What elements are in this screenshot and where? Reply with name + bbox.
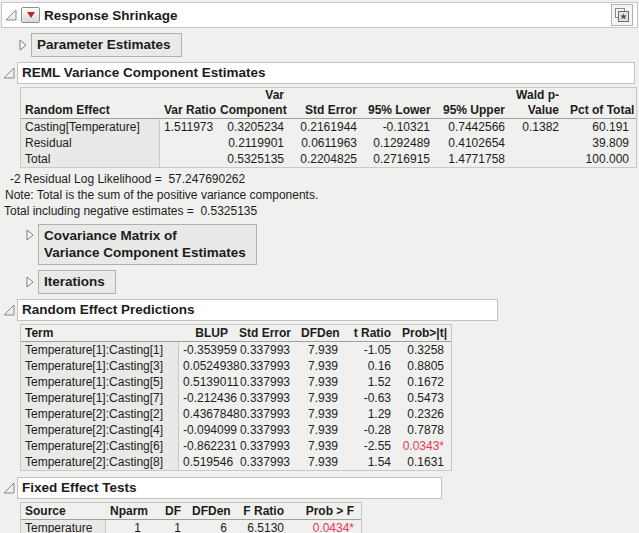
- cell-prob: 0.1631: [398, 454, 451, 470]
- table-row[interactable]: Temperature[2]:Casting[6] -0.862231 0.33…: [21, 438, 451, 454]
- cell-dfden: 7.939: [297, 358, 345, 374]
- cell-prob: 0.1672: [398, 374, 451, 390]
- cell-std-error: 0.337993: [235, 438, 297, 454]
- cell-t-ratio: 0.16: [345, 358, 398, 374]
- cell-std-error: 0.337993: [235, 374, 297, 390]
- cell-f-ratio: 6.5130: [234, 520, 291, 533]
- disclosure-open-icon[interactable]: [3, 482, 15, 494]
- row-label: Temperature[1]:Casting[1]: [21, 342, 179, 358]
- table-row[interactable]: Temperature[2]:Casting[8] 0.519546 0.337…: [21, 454, 451, 470]
- table-row[interactable]: Temperature 1 1 6 6.5130 0.0434*: [21, 520, 361, 533]
- covariance-title-line1: Covariance Matrix of: [44, 228, 177, 243]
- cell-var-ratio: 1.511973: [160, 119, 216, 135]
- table-row[interactable]: Temperature[2]:Casting[4] -0.094099 0.33…: [21, 422, 451, 438]
- disclosure-open-icon[interactable]: [5, 9, 17, 21]
- cell-var-ratio: [160, 151, 216, 167]
- cell-t-ratio: 1.52: [345, 374, 398, 390]
- disclosure-open-icon[interactable]: [3, 67, 15, 79]
- cell-prob: 0.7878: [398, 422, 451, 438]
- reml-col-var-ratio: Var Ratio: [160, 88, 216, 118]
- reml-title[interactable]: REML Variance Component Estimates: [17, 62, 635, 84]
- cell-blup: 0.519546: [179, 454, 235, 470]
- cell-prob: 0.8805: [398, 358, 451, 374]
- covariance-matrix-title[interactable]: Covariance Matrix ofVariance Component E…: [38, 224, 257, 265]
- fixed-effect-tests-title[interactable]: Fixed Effect Tests: [17, 477, 442, 499]
- row-label: Temperature[2]:Casting[4]: [21, 422, 179, 438]
- disclosure-open-icon[interactable]: [3, 304, 15, 316]
- cell-var-component: 0.5325135: [216, 151, 291, 167]
- reml-col-var-component: VarComponent: [216, 88, 291, 118]
- cell-blup: -0.094099: [179, 422, 235, 438]
- section-random-effect-predictions: Random Effect Predictions: [3, 299, 639, 321]
- iterations-title[interactable]: Iterations: [38, 270, 116, 294]
- cell-nparm: 1: [106, 520, 148, 533]
- cell-dfden: 7.939: [297, 342, 345, 358]
- cell-df: 1: [148, 520, 188, 533]
- random-effect-predictions-table: Term BLUP Std Error DFDen t Ratio Prob>|…: [20, 324, 452, 471]
- reml-col-95-upper: 95% Upper: [437, 88, 512, 118]
- row-label: Temperature[2]:Casting[8]: [21, 454, 179, 470]
- cell-t-ratio: -0.28: [345, 422, 398, 438]
- row-label: Total: [21, 151, 160, 167]
- cell-std-error: 0.337993: [235, 454, 297, 470]
- cell-std-error: 0.337993: [235, 358, 297, 374]
- table-row[interactable]: Total 0.5325135 0.2204825 0.2716915 1.47…: [21, 151, 636, 167]
- table-row[interactable]: Temperature[1]:Casting[5] 0.5139011 0.33…: [21, 374, 451, 390]
- cell-prob-significant: 0.0434*: [291, 520, 361, 533]
- reml-col-wald-p: Wald p-Value: [512, 88, 566, 118]
- fet-col-f-ratio: F Ratio: [234, 503, 291, 519]
- report-title-bar: Response Shrinkage: [1, 2, 638, 28]
- cell-t-ratio: -1.05: [345, 342, 398, 358]
- table-row[interactable]: Temperature[2]:Casting[2] 0.4367848 0.33…: [21, 406, 451, 422]
- row-label: Residual: [21, 135, 160, 151]
- total-note-line: Note: Total is the sum of the positive v…: [5, 188, 639, 203]
- red-triangle-menu-button[interactable]: [21, 7, 40, 23]
- table-row[interactable]: Temperature[1]:Casting[3] 0.0524938 0.33…: [21, 358, 451, 374]
- disclosure-closed-icon[interactable]: [24, 276, 36, 288]
- row-label: Temperature: [21, 520, 106, 533]
- cell-blup: -0.353959: [179, 342, 235, 358]
- cell-dfden: 7.939: [297, 374, 345, 390]
- red-triangle-icon: [27, 12, 35, 18]
- cell-std-error: 0.2204825: [291, 151, 364, 167]
- cell-dfden: 7.939: [297, 454, 345, 470]
- cell-dfden: 7.939: [297, 438, 345, 454]
- total-including-negative-line: Total including negative estimates = 0.5…: [4, 204, 639, 219]
- cell-std-error: 0.0611963: [291, 135, 364, 151]
- cell-prob: 0.3258: [398, 342, 451, 358]
- cell-95-upper: 1.4771758: [437, 151, 512, 167]
- publish-button[interactable]: [611, 4, 633, 26]
- fet-col-df: DF: [148, 503, 188, 519]
- reml-table: Random Effect Var Ratio VarComponent Std…: [20, 87, 637, 168]
- rep-col-blup: BLUP: [179, 325, 235, 341]
- table-row[interactable]: Temperature[1]:Casting[1] -0.353959 0.33…: [21, 342, 451, 358]
- cell-dfden: 7.939: [297, 406, 345, 422]
- cell-std-error: 0.337993: [235, 422, 297, 438]
- fixed-effect-tests-table: Source Nparm DF DFDen F Ratio Prob > F T…: [20, 502, 362, 533]
- cell-std-error: 0.337993: [235, 406, 297, 422]
- parameter-estimates-title[interactable]: Parameter Estimates: [31, 33, 182, 57]
- table-row[interactable]: Temperature[1]:Casting[7] -0.212436 0.33…: [21, 390, 451, 406]
- cell-95-lower: 0.2716915: [364, 151, 437, 167]
- row-label: Temperature[1]:Casting[3]: [21, 358, 179, 374]
- reml-col-random-effect: Random Effect: [21, 88, 160, 118]
- cell-95-lower: -0.10321: [364, 119, 437, 135]
- cell-dfden: 6: [188, 520, 234, 533]
- cell-t-ratio: -2.55: [345, 438, 398, 454]
- random-effect-predictions-title[interactable]: Random Effect Predictions: [17, 299, 498, 321]
- covariance-title-line2: Variance Component Estimates: [44, 245, 246, 260]
- cell-blup: 0.0524938: [179, 358, 235, 374]
- row-label: Temperature[1]:Casting[7]: [21, 390, 179, 406]
- cell-var-component: 0.2119901: [216, 135, 291, 151]
- fet-header-row: Source Nparm DF DFDen F Ratio Prob > F: [21, 503, 361, 520]
- section-parameter-estimates: Parameter Estimates: [17, 33, 639, 57]
- table-row[interactable]: Residual 0.2119901 0.0611963 0.1292489 0…: [21, 135, 636, 151]
- cell-95-lower: 0.1292489: [364, 135, 437, 151]
- disclosure-closed-icon[interactable]: [24, 229, 36, 241]
- fet-col-prob: Prob > F: [291, 503, 361, 519]
- section-covariance-matrix: Covariance Matrix ofVariance Component E…: [24, 224, 639, 265]
- disclosure-closed-icon[interactable]: [17, 39, 29, 51]
- table-row[interactable]: Casting[Temperature] 1.511973 0.3205234 …: [21, 119, 636, 135]
- section-iterations: Iterations: [24, 270, 639, 294]
- fet-col-dfden: DFDen: [188, 503, 234, 519]
